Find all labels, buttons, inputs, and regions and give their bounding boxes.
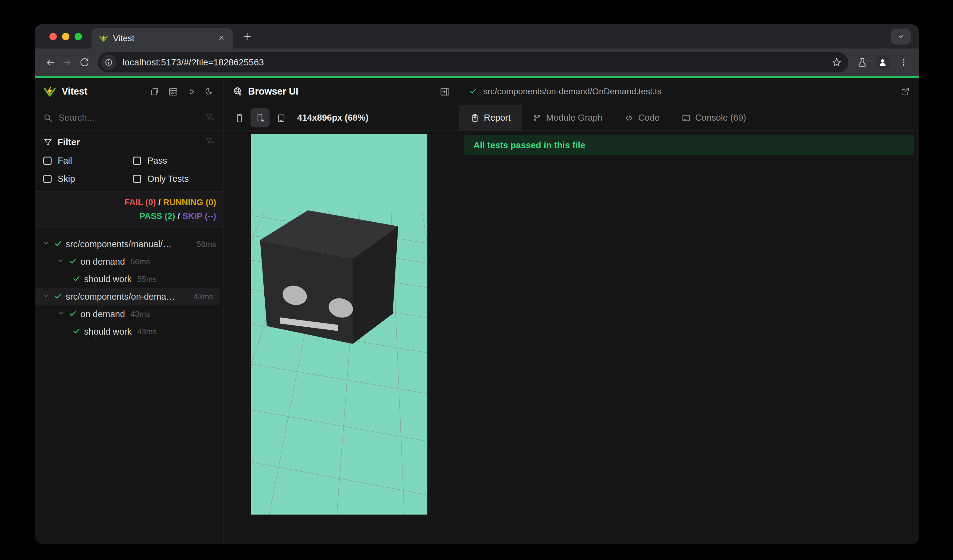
- close-window-button[interactable]: [50, 33, 57, 40]
- site-info-icon[interactable]: [101, 55, 116, 70]
- test-duration: 56ms: [197, 239, 216, 249]
- report-panel: src/components/on-demand/OnDemand.test.t…: [459, 78, 919, 544]
- chevron-down-icon[interactable]: [57, 309, 65, 319]
- panel-toggle-icon[interactable]: [440, 87, 450, 96]
- url-bar[interactable]: localhost:5173/#/?file=1828625563: [98, 52, 848, 73]
- test-duration: 55ms: [137, 275, 157, 284]
- checkbox[interactable]: [133, 157, 141, 165]
- tab-title: Vitest: [113, 34, 217, 43]
- file-path: src/components/on-demand/OnDemand.test.t…: [483, 87, 662, 96]
- file-pass-check-icon: [469, 87, 477, 96]
- browser-ui-header: Browser UI: [224, 78, 459, 105]
- filter-funnel-icon: [43, 138, 52, 146]
- experiments-flask-icon[interactable]: [853, 54, 871, 71]
- module-graph-icon: [533, 113, 541, 122]
- filter-checkbox-pass[interactable]: Pass: [133, 156, 214, 166]
- minimize-window-button[interactable]: [62, 33, 69, 40]
- all-tests-passed-banner: All tests passed in this file: [464, 135, 914, 155]
- device-tablet-icon[interactable]: [272, 109, 290, 127]
- checkbox[interactable]: [43, 157, 51, 165]
- search-input[interactable]: [59, 113, 199, 123]
- filter-checkbox-only-tests[interactable]: Only Tests: [133, 174, 214, 184]
- globe-icon: [233, 87, 242, 96]
- sidebar-header: Vitest: [35, 78, 223, 105]
- clear-search-filter-icon[interactable]: [205, 113, 214, 123]
- device-toolbar: 414x896px (68%): [224, 105, 459, 131]
- browser-window: Vitest localhost:5173/#/?file=1828625563: [35, 24, 919, 544]
- dashboard-icon[interactable]: [168, 87, 177, 96]
- device-phone-plus-icon[interactable]: [250, 109, 270, 127]
- browser-ui-title: Browser UI: [248, 86, 298, 97]
- checkbox[interactable]: [133, 175, 141, 183]
- tab-code[interactable]: Code: [614, 105, 671, 130]
- url-text[interactable]: localhost:5173/#/?file=1828625563: [123, 57, 828, 68]
- tab-close-icon[interactable]: [217, 34, 225, 43]
- browser-toolbar: localhost:5173/#/?file=1828625563: [35, 48, 919, 76]
- dark-mode-moon-icon[interactable]: [205, 87, 214, 96]
- pass-count: PASS (2): [140, 211, 175, 221]
- test-summary: FAIL (0)/RUNNING (0) PASS (2)/SKIP (--): [35, 192, 223, 228]
- clear-filters-icon[interactable]: [205, 137, 214, 148]
- vitest-logo-icon: [43, 85, 56, 98]
- test-case-row[interactable]: should work 43ms: [35, 323, 223, 340]
- pass-check-icon: [54, 292, 62, 302]
- browser-menu-icon[interactable]: [895, 54, 912, 71]
- tab-report[interactable]: Report: [459, 105, 522, 130]
- banner-text: All tests passed in this file: [473, 140, 585, 150]
- summary-line-2: PASS (2)/SKIP (--): [42, 209, 216, 223]
- code-icon: [625, 113, 633, 122]
- test-duration: 43ms: [137, 327, 157, 337]
- tree-indent-guide: [95, 326, 96, 339]
- tab-module-graph[interactable]: Module Graph: [522, 105, 614, 130]
- file-header: src/components/on-demand/OnDemand.test.t…: [459, 78, 919, 105]
- filter-checkbox-fail[interactable]: Fail: [43, 156, 133, 166]
- filter-checkbox-skip[interactable]: Skip: [43, 174, 133, 184]
- console-icon: [681, 113, 690, 122]
- vitest-favicon-icon: [99, 34, 108, 43]
- tree-indent-guide: [81, 310, 81, 338]
- chevron-down-icon[interactable]: [42, 239, 50, 249]
- open-external-icon[interactable]: [900, 87, 910, 96]
- test-file-row[interactable]: src/components/manual/… 56ms: [35, 236, 223, 253]
- robot-cube: [260, 210, 398, 344]
- pass-check-icon: [72, 327, 81, 337]
- test-duration: 56ms: [130, 257, 150, 267]
- test-file-row-selected[interactable]: src/components/on-dema… 43ms: [35, 288, 220, 306]
- tab-console[interactable]: Console (69): [671, 105, 757, 130]
- fail-count: FAIL (0): [124, 197, 156, 207]
- tree-indent-guide: [95, 273, 96, 287]
- running-count: RUNNING (0): [163, 197, 216, 207]
- search-row: [35, 105, 223, 131]
- maximize-window-button[interactable]: [75, 33, 82, 40]
- reload-button[interactable]: [76, 54, 93, 71]
- new-tab-button[interactable]: [240, 29, 255, 44]
- bookmark-star-icon[interactable]: [828, 54, 845, 71]
- test-case-row[interactable]: should work 55ms: [35, 270, 223, 288]
- test-duration: 43ms: [130, 309, 150, 319]
- test-suite-row[interactable]: on demand 56ms: [35, 253, 223, 270]
- back-button[interactable]: [42, 54, 59, 71]
- viewport-area: [224, 131, 459, 544]
- vitest-ui: Vitest: [35, 78, 919, 544]
- collapse-panels-icon[interactable]: [150, 87, 159, 96]
- report-tabs: Report Module Graph Code Console (69): [459, 105, 919, 131]
- profile-avatar[interactable]: [875, 54, 891, 70]
- browser-tab[interactable]: Vitest: [92, 28, 233, 48]
- pass-check-icon: [72, 274, 81, 285]
- summary-line-1: FAIL (0)/RUNNING (0): [42, 195, 216, 209]
- search-icon: [43, 113, 53, 123]
- test-suite-row[interactable]: on demand 43ms: [35, 306, 223, 323]
- filter-section: Filter Fail Pass Skip Only Tests: [35, 131, 223, 192]
- forward-button[interactable]: [59, 54, 76, 71]
- checkbox[interactable]: [43, 175, 51, 183]
- tab-search-button[interactable]: [891, 29, 911, 45]
- test-duration: 43ms: [193, 292, 213, 301]
- run-all-tests-icon[interactable]: [187, 87, 196, 96]
- browser-preview-canvas[interactable]: [251, 134, 427, 515]
- chevron-down-icon[interactable]: [57, 257, 65, 267]
- tab-strip: Vitest: [35, 24, 919, 48]
- device-phone-icon[interactable]: [230, 109, 249, 127]
- pass-check-icon: [68, 309, 77, 320]
- sidebar: Vitest: [35, 78, 224, 544]
- chevron-down-icon[interactable]: [42, 292, 50, 302]
